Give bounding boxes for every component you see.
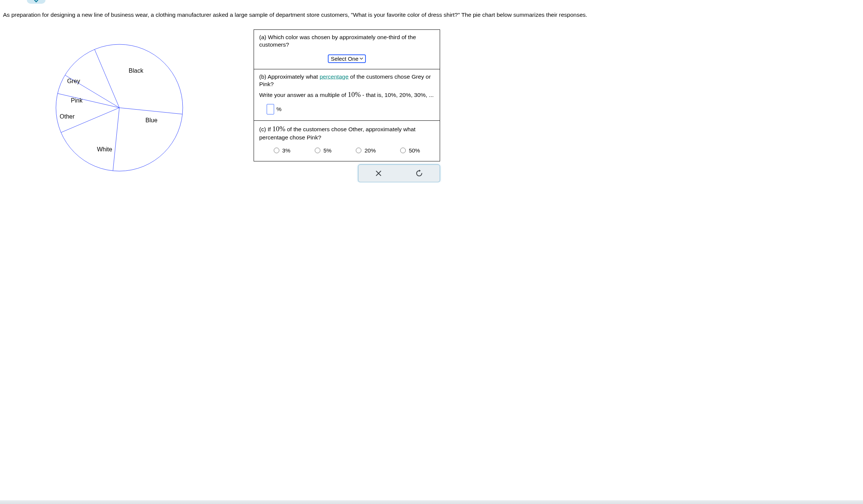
question-a-text: (a) Which color was chosen by approximat… [259, 34, 434, 48]
radio-icon [274, 148, 279, 153]
option-label: 5% [323, 147, 332, 154]
hint-tab-fragment [27, 0, 45, 4]
question-a-select[interactable]: Select One [328, 54, 366, 63]
question-a: (a) Which color was chosen by approximat… [254, 30, 440, 69]
pie-label-white: White [97, 146, 112, 153]
pie-label-black: Black [129, 67, 143, 74]
radio-icon [315, 148, 320, 153]
radio-icon [400, 148, 406, 153]
question-c: (c) If 10% of the customers chose Other,… [254, 121, 440, 161]
option-label: 50% [409, 147, 420, 154]
pie-label-pink: Pink [71, 97, 82, 104]
radio-icon [356, 148, 361, 153]
question-c-text: (c) If 10% of the customers chose Other,… [259, 125, 434, 141]
option-label: 3% [282, 147, 291, 154]
option-label: 20% [364, 147, 376, 154]
question-c-option[interactable]: 50% [400, 147, 420, 154]
question-c-option[interactable]: 5% [315, 147, 332, 154]
pie-label-grey: Grey [67, 78, 80, 85]
svg-line-5 [57, 94, 119, 108]
percent-unit: % [276, 106, 282, 113]
question-prompt: As preparation for designing a new line … [0, 0, 863, 22]
pie-chart: BlackBlueWhiteOtherPinkGrey [52, 41, 186, 175]
question-b-input[interactable] [267, 104, 274, 114]
close-icon [375, 170, 382, 177]
svg-line-1 [95, 49, 119, 107]
question-b: (b) Approximately what percentage of the… [254, 69, 440, 121]
clear-button[interactable] [375, 170, 382, 177]
question-c-option[interactable]: 20% [356, 147, 376, 154]
reset-button[interactable] [415, 170, 423, 177]
pie-label-other: Other [60, 113, 75, 120]
action-toolbar [358, 164, 440, 182]
chevron-down-icon [359, 56, 364, 62]
question-b-text: (b) Approximately what percentage of the… [259, 73, 434, 88]
select-placeholder: Select One [331, 56, 358, 62]
question-b-hint: Write your answer as a multiple of 10% -… [259, 90, 434, 100]
question-c-option[interactable]: 3% [274, 147, 291, 154]
svg-line-2 [119, 108, 182, 114]
percentage-tooltip-link[interactable]: percentage [320, 73, 349, 80]
reset-icon [415, 170, 423, 177]
question-panel: (a) Which color was chosen by approximat… [254, 29, 440, 161]
svg-line-4 [61, 108, 119, 132]
pie-label-blue: Blue [145, 117, 157, 124]
svg-line-3 [113, 108, 119, 171]
